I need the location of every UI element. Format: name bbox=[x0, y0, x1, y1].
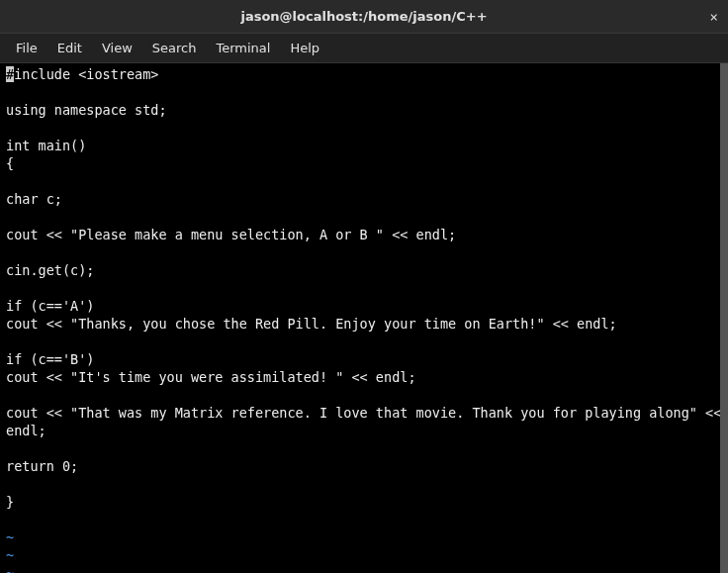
empty-line-tilde: ~ bbox=[6, 547, 14, 563]
menu-terminal[interactable]: Terminal bbox=[206, 37, 280, 59]
window-titlebar: jason@localhost:/home/jason/C++ × bbox=[0, 0, 728, 34]
menu-edit[interactable]: Edit bbox=[47, 37, 92, 59]
empty-line-tilde: ~ bbox=[6, 529, 14, 545]
menubar: File Edit View Search Terminal Help bbox=[0, 34, 728, 63]
scrollbar[interactable] bbox=[720, 63, 728, 573]
terminal-area[interactable]: #include <iostream> using namespace std;… bbox=[0, 63, 728, 573]
close-icon[interactable]: × bbox=[710, 10, 718, 24]
menu-view[interactable]: View bbox=[92, 37, 142, 59]
scrollbar-thumb[interactable] bbox=[720, 63, 728, 573]
editor-content[interactable]: #include <iostream> using namespace std;… bbox=[0, 63, 728, 573]
empty-line-tilde: ~ bbox=[6, 565, 14, 573]
window-title: jason@localhost:/home/jason/C++ bbox=[240, 9, 487, 24]
editor-cursor: # bbox=[6, 66, 14, 82]
code-block: #include <iostream> using namespace std;… bbox=[6, 65, 722, 573]
menu-search[interactable]: Search bbox=[142, 37, 207, 59]
menu-help[interactable]: Help bbox=[280, 37, 329, 59]
menu-file[interactable]: File bbox=[6, 37, 47, 59]
